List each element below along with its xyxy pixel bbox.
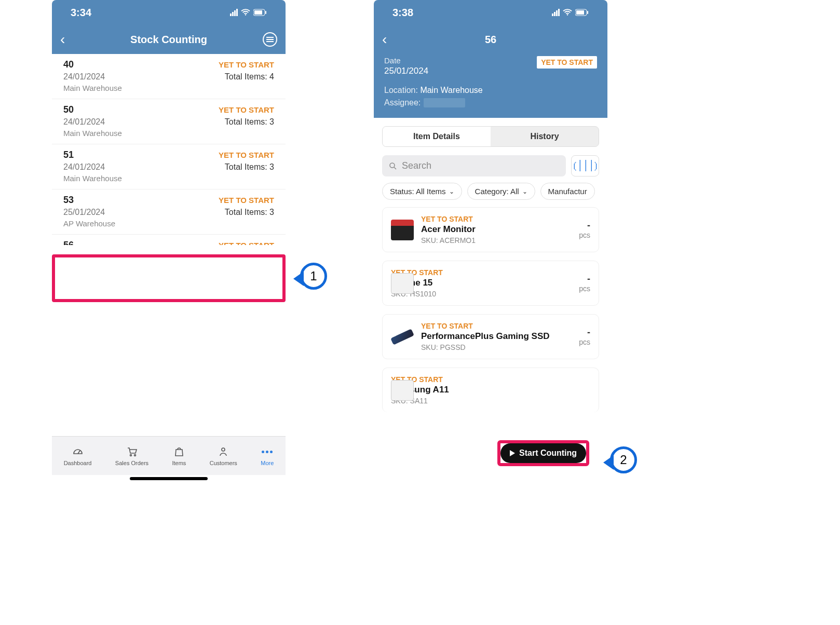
signal-icon [552,9,560,16]
location-label: Location: [384,86,418,94]
status-badge: YET TO START [219,196,274,205]
item-sku: SKU: SA11 [391,397,590,405]
page-title: Stock Counting [52,34,286,46]
start-counting-button[interactable]: Start Counting [500,443,586,463]
search-icon [388,161,398,171]
person-icon [217,445,229,458]
list-item[interactable]: 56YET TO START 25/01/2024Total Items: 11… [52,235,286,245]
list-item[interactable]: 51YET TO START 24/01/2024Total Items: 3 … [52,144,286,189]
list-item[interactable]: 53YET TO START 25/01/2024Total Items: 3 … [52,189,286,235]
callout-number: 2 [620,453,627,467]
status-bar: 3:38 [374,0,607,25]
nav-bar: ‹ 56 [374,25,607,54]
home-indicator [130,477,208,480]
callout-number: 1 [310,269,317,283]
tab-label: Customers [210,460,237,466]
stock-count-list: 40YET TO START 24/01/2024Total Items: 4 … [52,54,286,245]
chevron-down-icon: ⌄ [449,188,454,195]
chip-label: Status: All Items [390,187,446,196]
tab-label: Sales Orders [115,460,148,466]
item-thumbnail [391,273,414,294]
status-badge: YET TO START [219,60,274,69]
chip-label: Category: All [475,187,519,196]
phone-stock-detail: 3:38 ‹ 56 Date 25/01/2024 YET TO START L… [374,0,607,480]
status-icons [230,9,267,16]
tab-more[interactable]: More [261,445,274,466]
dashboard-icon [72,445,84,458]
tab-dashboard[interactable]: Dashboard [64,445,92,466]
tab-item-details[interactable]: Item Details [383,127,491,146]
chip-category[interactable]: Category: All⌄ [467,183,535,200]
bag-icon [173,445,185,458]
item-list: YET TO START Acer Monitor SKU: ACERMO1 -… [374,207,607,412]
button-label: Start Counting [519,449,577,458]
item-card[interactable]: YET TO START Samsung A11 SKU: SA11 [382,368,599,412]
item-sku: SKU: HS1010 [391,290,572,298]
svg-point-4 [130,455,131,456]
status-time: 3:34 [71,7,91,19]
status-badge: YET TO START [219,105,274,114]
item-status: YET TO START [391,375,590,384]
svg-point-0 [245,14,246,15]
tab-items[interactable]: Items [172,445,186,466]
svg-point-6 [222,448,225,451]
warehouse: Main Warehouse [63,129,274,138]
wifi-icon [563,9,572,16]
signal-icon [230,9,238,16]
assignee-redacted [424,98,465,107]
total-items: Total Items: 3 [225,162,274,172]
count-id: 51 [63,150,74,160]
svg-rect-9 [576,10,584,15]
search-input[interactable]: Search [382,155,566,176]
more-icon [262,445,273,458]
date-value: 25/01/2024 [384,66,428,76]
list-item[interactable]: 50YET TO START 24/01/2024Total Items: 3 … [52,99,286,144]
warehouse: Main Warehouse [63,174,274,183]
annotation-highlight: Start Counting [497,440,589,466]
count-date: 25/01/2024 [63,208,105,217]
item-name: Acer Monitor [421,224,572,235]
item-thumbnail [390,329,414,345]
item-unit: pcs [579,338,590,346]
item-name: Samsung A11 [391,385,590,395]
item-status: YET TO START [421,322,572,330]
chip-status[interactable]: Status: All Items⌄ [382,183,462,200]
count-id: 40 [63,59,74,70]
list-item[interactable]: 40YET TO START 24/01/2024Total Items: 4 … [52,54,286,99]
play-icon [510,450,515,456]
item-status: YET TO START [391,268,572,277]
item-card[interactable]: YET TO START iPhone 15 SKU: HS1010 -pcs [382,261,599,306]
wifi-icon [241,9,250,16]
location-value: Main Warehouse [420,86,482,94]
item-qty: - [579,274,590,284]
item-card[interactable]: YET TO START PerformancePlus Gaming SSD … [382,314,599,359]
chip-label: Manufactur [548,187,587,196]
tab-sales-orders[interactable]: Sales Orders [115,445,148,466]
barcode-scan-button[interactable]: ⟮⎮⎮⎮⟯ [571,155,599,176]
item-unit: pcs [579,284,590,293]
count-id: 56 [63,240,74,245]
item-sku: SKU: ACERMO1 [421,236,572,244]
item-qty: - [579,220,590,231]
svg-rect-2 [254,10,262,15]
annotation-callout: 2 [610,446,637,473]
tab-history[interactable]: History [491,127,599,146]
item-card[interactable]: YET TO START Acer Monitor SKU: ACERMO1 -… [382,207,599,252]
total-items: Total Items: 3 [225,117,274,127]
item-thumbnail [391,380,414,401]
item-thumbnail [391,220,414,240]
status-time: 3:38 [392,7,413,19]
chip-manufacturer[interactable]: Manufactur [540,183,595,200]
nav-bar: ‹ Stock Counting [52,25,286,54]
item-status: YET TO START [421,215,572,223]
svg-rect-3 [265,11,266,14]
tab-customers[interactable]: Customers [210,445,237,466]
status-badge: YET TO START [537,56,597,69]
barcode-icon: ⟮⎮⎮⎮⟯ [571,159,600,173]
tab-label: Items [172,460,186,466]
item-qty: - [579,327,590,338]
warehouse: AP Warehouse [63,219,274,228]
total-items: Total Items: 4 [225,72,274,81]
count-date: 24/01/2024 [63,72,105,81]
count-date: 24/01/2024 [63,162,105,172]
